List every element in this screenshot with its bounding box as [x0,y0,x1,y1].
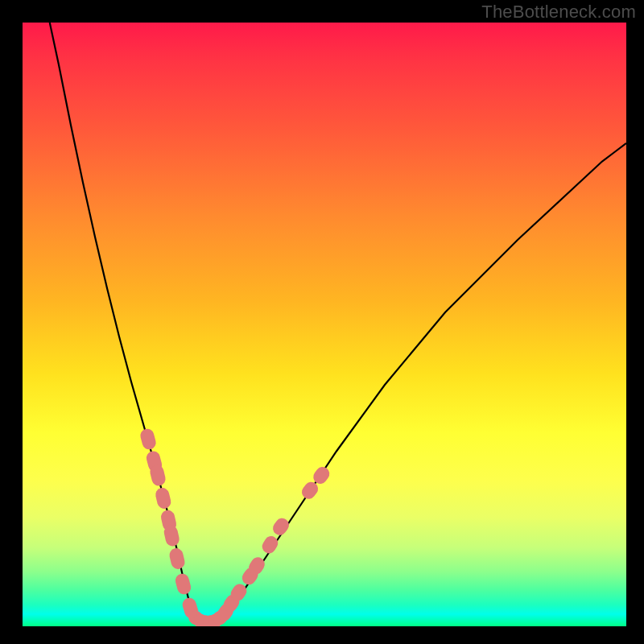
bottleneck-curve [50,23,626,622]
chart-svg [23,23,626,626]
svg-rect-21 [270,515,292,538]
curve-marker [259,534,280,556]
svg-rect-6 [168,547,187,570]
curve-marker [154,486,172,510]
curve-marker [168,547,187,570]
svg-rect-3 [154,486,172,510]
svg-rect-7 [174,572,192,597]
curve-marker [270,515,292,538]
curve-marker [174,572,192,597]
watermark-text: TheBottleneck.com [481,2,636,23]
chart-frame: TheBottleneck.com [0,0,644,644]
svg-rect-0 [138,427,157,452]
curve-marker [138,427,157,452]
plot-area [23,23,626,626]
marker-group [138,427,332,626]
svg-rect-20 [259,534,280,556]
